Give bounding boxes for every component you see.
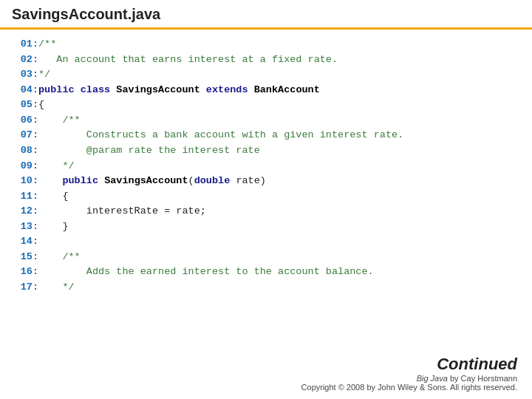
table-row: 11: {: [12, 189, 520, 205]
code-line: /**: [38, 113, 520, 129]
table-row: 08: @param rate the interest rate: [12, 143, 520, 159]
code-line: */: [38, 280, 520, 296]
code-line: {: [38, 189, 520, 205]
continued-label: Continued: [301, 355, 517, 374]
book-title: Big Java: [417, 374, 448, 383]
normal-token: {: [38, 99, 44, 110]
code-line: Constructs a bank account with a given i…: [38, 128, 520, 143]
table-row: 16: Adds the earned interest to the acco…: [12, 265, 520, 280]
line-number: 07:: [12, 128, 38, 143]
comment-token: /**: [38, 38, 56, 50]
comment-token: rate: [129, 145, 159, 156]
code-line: /**: [38, 250, 520, 265]
table-row: 10: public SavingsAccount(double rate): [12, 174, 520, 189]
comment-token: Constructs a bank account with a given i…: [38, 129, 403, 140]
code-line: Adds the earned interest to the account …: [38, 265, 520, 280]
classname-token: SavingsAccount: [104, 175, 188, 186]
classname-token: BankAccount: [254, 84, 320, 95]
normal-token: [38, 175, 62, 186]
line-number: 08:: [12, 143, 38, 159]
line-number: 04:: [12, 83, 38, 98]
copyright-line1: Big Java by Cay Horstmann: [301, 374, 517, 383]
comment-token: Adds the earned interest to the account …: [38, 266, 374, 277]
comment-token: /**: [38, 115, 81, 126]
comment-token: */: [38, 160, 75, 171]
normal-token: }: [38, 221, 69, 232]
code-line: An account that earns interest at a fixe…: [38, 52, 520, 68]
classname-token: SavingsAccount: [116, 84, 200, 95]
table-row: 14:: [12, 234, 520, 250]
normal-token: {: [38, 191, 69, 202]
code-content: 01:/**02: An account that earns interest…: [0, 30, 532, 296]
line-number: 01:: [12, 37, 38, 52]
title-bar: SavingsAccount.java: [0, 0, 532, 30]
comment-token: */: [38, 69, 50, 80]
table-row: 01:/**: [12, 37, 520, 52]
table-row: 02: An account that earns interest at a …: [12, 52, 520, 68]
copyright-line2: Copyright © 2008 by John Wiley & Sons. A…: [301, 383, 517, 392]
line-number: 17:: [12, 280, 38, 296]
line-number: 15:: [12, 250, 38, 265]
table-row: 04:public class SavingsAccount extends B…: [12, 83, 520, 98]
code-line: */: [38, 159, 520, 174]
line-number: 13:: [12, 219, 38, 235]
footer: Continued Big Java by Cay Horstmann Copy…: [301, 355, 517, 392]
keyword-token: public: [62, 175, 104, 186]
line-number: 12:: [12, 204, 38, 219]
line-number: 14:: [12, 234, 38, 250]
line-number: 16:: [12, 265, 38, 280]
table-row: 05:{: [12, 98, 520, 113]
comment-token: the interest rate: [158, 145, 260, 156]
table-row: 15: /**: [12, 250, 520, 265]
code-table: 01:/**02: An account that earns interest…: [12, 37, 520, 296]
comment-token: /**: [38, 251, 81, 262]
table-row: 07: Constructs a bank account with a giv…: [12, 128, 520, 143]
code-line: /**: [38, 37, 520, 52]
code-line: {: [38, 98, 520, 113]
normal-token: interestRate = rate;: [38, 205, 206, 216]
code-line: */: [38, 67, 520, 83]
normal-token: rate): [236, 175, 266, 186]
table-row: 13: }: [12, 219, 520, 235]
table-row: 03:*/: [12, 67, 520, 83]
table-row: 17: */: [12, 280, 520, 296]
page-title: SavingsAccount.java: [12, 6, 520, 23]
code-line: }: [38, 219, 520, 235]
line-number: 10:: [12, 174, 38, 189]
code-line: public class SavingsAccount extends Bank…: [38, 83, 520, 98]
copyright-author: by Cay Horstmann: [450, 374, 517, 383]
line-number: 05:: [12, 98, 38, 113]
comment-token: @param: [38, 145, 129, 156]
table-row: 09: */: [12, 159, 520, 174]
line-number: 02:: [12, 52, 38, 68]
normal-token: (: [188, 175, 194, 186]
table-row: 06: /**: [12, 113, 520, 129]
line-number: 06:: [12, 113, 38, 129]
keyword-token: public: [38, 84, 81, 95]
code-line: public SavingsAccount(double rate): [38, 174, 520, 189]
code-line: @param rate the interest rate: [38, 143, 520, 159]
line-number: 03:: [12, 67, 38, 83]
keyword-token: class: [81, 84, 117, 95]
line-number: 11:: [12, 189, 38, 205]
table-row: 12: interestRate = rate;: [12, 204, 520, 219]
type-token: double: [194, 175, 236, 186]
line-number: 09:: [12, 159, 38, 174]
comment-token: */: [38, 282, 75, 293]
keyword-token: extends: [200, 84, 254, 95]
code-line: [38, 234, 520, 250]
code-line: interestRate = rate;: [38, 204, 520, 219]
comment-token: An account that earns interest at a fixe…: [38, 54, 338, 65]
